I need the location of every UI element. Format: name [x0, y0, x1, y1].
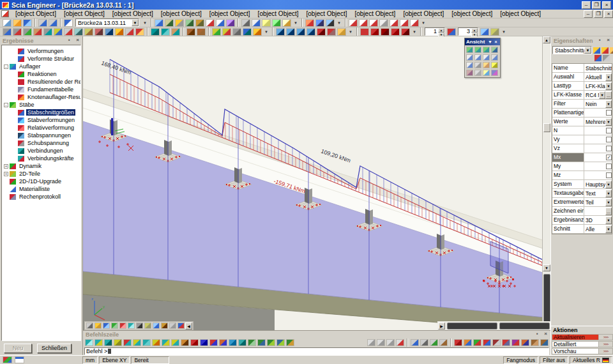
tree-item-auflager[interactable]: - Auflager [2, 63, 80, 70]
toolbar-icon[interactable]: ▾ [142, 20, 148, 26]
snap-point-icon[interactable] [85, 339, 93, 346]
horizontal-dark-thumb[interactable] [499, 322, 550, 330]
activity-spinner[interactable]: 1 ▲▼ [425, 27, 445, 36]
close-panel-button[interactable]: Schließen [37, 344, 72, 353]
menu-item[interactable]: [object Object] [11, 10, 60, 18]
tree-item-materialliste[interactable]: Materialliste [2, 185, 80, 193]
tree-item-relativverformung[interactable]: Relativverformung [2, 124, 80, 132]
tree-expander-icon[interactable]: - [4, 103, 8, 107]
section-display-icon[interactable] [161, 322, 168, 329]
prop-zeichnen[interactable]: Zeichnen ein... ▼ ... [552, 207, 612, 216]
layer-edit-icon[interactable] [296, 28, 305, 36]
snap-grid-icon[interactable] [133, 339, 141, 346]
ucs-icon[interactable] [480, 28, 489, 36]
prop-filter[interactable]: Filter Nein ▼ ... [552, 100, 612, 109]
toolbar-icon[interactable]: ▾ [337, 20, 342, 26]
frame-yz-icon[interactable] [369, 19, 378, 27]
dropdown-icon[interactable]: ▼ [605, 216, 612, 224]
tree-expander-icon[interactable] [12, 118, 17, 123]
markup-icon[interactable] [327, 28, 336, 36]
menu-item[interactable]: [object Object] [496, 10, 545, 18]
snap-end-icon[interactable] [104, 339, 112, 346]
light-icon[interactable] [491, 62, 498, 68]
tree-item-verbindungen[interactable]: Verbindungen [2, 147, 80, 155]
ucs-reset-icon[interactable] [286, 339, 294, 346]
checkbox[interactable] [606, 163, 612, 169]
horizontal-dark-thumb[interactable] [447, 322, 497, 330]
toolbar-icon[interactable] [356, 27, 358, 36]
project-tab-icon[interactable] [3, 356, 12, 363]
model-data-icon[interactable] [144, 322, 151, 329]
close-icon[interactable]: × [542, 331, 549, 338]
scroll-left-icon[interactable]: ◀ [185, 322, 192, 330]
polyline-mode-icon[interactable] [200, 339, 208, 346]
ansicht-toolbar[interactable]: Ansicht ▼ × [464, 38, 501, 78]
tree-item-dynamik[interactable]: + Dynamik [2, 162, 80, 170]
filter-nodes-icon[interactable] [464, 339, 472, 346]
page-setup-icon[interactable] [262, 19, 271, 27]
combo-dropdown-icon[interactable]: ▼ [584, 47, 591, 54]
checkbox[interactable] [606, 110, 612, 116]
close-icon[interactable]: × [605, 38, 612, 44]
selection-tool-icon[interactable] [407, 338, 408, 347]
tree-item-fundamenttabelle[interactable]: Fundamenttabelle [2, 86, 80, 93]
move-icon[interactable] [151, 28, 160, 36]
table-edit-icon[interactable] [185, 19, 194, 27]
labels-display-icon[interactable] [136, 322, 143, 329]
undo-icon[interactable] [38, 19, 47, 27]
doc-minimize-button[interactable]: – [584, 10, 593, 18]
pin-icon[interactable]: ▪ [66, 38, 73, 44]
page-icon[interactable] [337, 28, 346, 36]
prop-textausgabe[interactable]: Textausgabe Text ▼ ... [552, 189, 612, 198]
pick-region-icon[interactable] [439, 339, 448, 346]
toolbar-icon[interactable] [301, 19, 303, 27]
scroll-up-icon[interactable]: ▲ [543, 36, 550, 43]
menu-item[interactable]: [object Object] [206, 10, 254, 18]
filter-box-icon[interactable] [540, 339, 549, 346]
tree-item-schubspannung[interactable]: Schubspannung [2, 139, 80, 147]
cursor-cancel-icon[interactable] [396, 339, 404, 346]
units-cell[interactable]: mm [82, 356, 98, 364]
pick-poly-icon[interactable] [430, 339, 438, 346]
snap-mode-cell[interactable]: Fangmodus [503, 356, 538, 364]
vertical-scroll-thumb[interactable] [543, 123, 550, 132]
table-results-icon[interactable] [175, 19, 184, 27]
grid-snap-icon[interactable] [390, 19, 398, 27]
mesh-icon[interactable] [315, 19, 324, 27]
prop-mx[interactable]: Mx ▼ ... [552, 153, 612, 162]
filter-clear-icon[interactable] [602, 47, 609, 54]
redo-icon[interactable] [49, 19, 57, 27]
prop-system[interactable]: System Hauptsyste ▼ ... [552, 180, 612, 189]
select-support-icon[interactable] [43, 28, 52, 36]
tree-expander-icon[interactable] [12, 141, 17, 146]
select-surface-icon[interactable] [23, 28, 32, 36]
select-entity-icon[interactable] [95, 28, 103, 36]
window-tab-icon[interactable] [15, 356, 24, 363]
solver-icon[interactable] [326, 19, 335, 27]
prop-plattenartiger[interactable]: Plattenartiger... ▼ ... [552, 109, 612, 118]
surface-icon[interactable] [103, 322, 110, 329]
restore-button[interactable]: ❐ [592, 1, 601, 9]
prop-my[interactable]: My ▼ ... [552, 162, 612, 171]
export-icon[interactable] [165, 19, 174, 27]
menu-item[interactable]: [object Object] [157, 10, 206, 18]
filter-supports-icon[interactable] [492, 339, 501, 346]
scroll-right-icon[interactable]: ▶ [438, 322, 445, 330]
calculation-icon[interactable] [305, 19, 314, 27]
ucs-move-icon[interactable] [267, 339, 275, 346]
dropdown-icon[interactable]: ▼ [605, 82, 612, 90]
send-icon[interactable] [282, 19, 291, 27]
dropdown-icon[interactable]: ▼ [605, 118, 612, 126]
tree-expander-icon[interactable] [12, 126, 17, 130]
snap-mid-icon[interactable] [95, 339, 103, 346]
select-label-icon[interactable] [54, 28, 63, 36]
close-button[interactable]: × [602, 1, 611, 9]
loads-display-icon[interactable] [119, 322, 126, 329]
spin-up-icon[interactable]: ▲ [438, 28, 444, 33]
prop-lfk-klasse[interactable]: LFK-Klasse RC4 NLA ▼ ... [552, 91, 612, 100]
tree-expander-icon[interactable] [4, 195, 8, 199]
cursor-zoom-icon[interactable] [386, 339, 395, 346]
action-aktualisieren[interactable]: Aktualisieren >>> [552, 334, 613, 340]
toolbar-icon[interactable]: ▾ [264, 29, 269, 34]
toolbar-icon[interactable] [420, 27, 421, 36]
